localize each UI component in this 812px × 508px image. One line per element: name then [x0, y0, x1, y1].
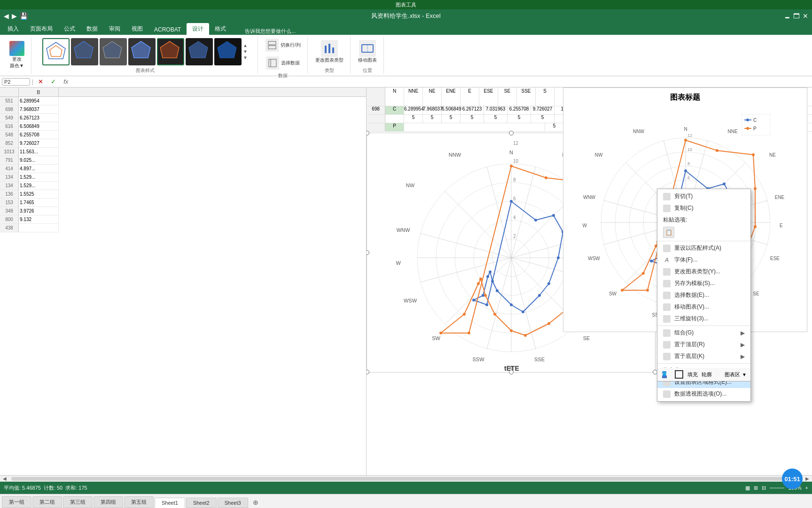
tab-formula[interactable]: 公式	[58, 23, 81, 35]
formula-input[interactable]	[73, 79, 810, 85]
svg-text:N: N	[509, 150, 513, 155]
svg-text:10: 10	[687, 147, 692, 152]
name-box[interactable]	[2, 78, 30, 86]
ctx-font[interactable]: A 字体(F)...	[657, 254, 750, 266]
status-bar-left: 平均值: 5.46875 计数: 50 求和: 175	[4, 484, 87, 492]
sheet-tab-group1[interactable]: 第一组	[2, 496, 31, 508]
chart-style-7[interactable]	[214, 38, 242, 65]
ctx-dropdown[interactable]: 图表区 ▼	[725, 371, 747, 378]
table-row: 3483.9726	[0, 207, 366, 215]
ctx-change-chart-type[interactable]: 更改图表类型(Y)...	[657, 266, 750, 278]
ctx-dropdown-label: 图表区	[725, 371, 740, 378]
sheet-tab-group5[interactable]: 第五组	[124, 496, 154, 508]
title-text: 风资料给学生.xlsx - Excel	[371, 12, 440, 20]
sheet-tab-sheet1[interactable]: Sheet1	[155, 498, 185, 508]
ctx-select-data[interactable]: 选择数据(E)...	[657, 289, 750, 301]
handle-bottom[interactable]	[509, 370, 514, 374]
tab-view[interactable]: 视图	[126, 23, 148, 35]
svg-rect-14	[332, 48, 334, 53]
tab-data[interactable]: 数据	[81, 23, 103, 35]
svg-text:6: 6	[687, 175, 690, 180]
sheet-tab-group2[interactable]: 第二组	[32, 496, 62, 508]
horizontal-scrollbar[interactable]: ◀ ▶	[0, 475, 812, 482]
ctx-group-label: 组合(G)	[674, 329, 694, 337]
svg-text:ENE: ENE	[775, 195, 785, 200]
ctx-bring-front-label: 置于顶层(R)	[674, 341, 705, 349]
ctx-outline-label: 轮廓	[702, 371, 712, 378]
svg-point-62	[496, 289, 499, 292]
ctx-cut[interactable]: 剪切(T)	[657, 190, 750, 202]
chart-style-2[interactable]	[71, 38, 98, 65]
table-row: 4144.897...	[0, 165, 366, 173]
svg-rect-9	[268, 46, 276, 49]
svg-text:SW: SW	[432, 335, 440, 341]
ctx-data-table-options[interactable]: 数据透视图选项(O)...	[657, 388, 750, 400]
ctx-paste-icons: 📋	[657, 226, 750, 240]
confirm-formula-btn[interactable]: ✓	[48, 77, 59, 86]
font-icon: A	[663, 257, 671, 263]
minimize-icon[interactable]: 🗕	[784, 12, 790, 20]
tab-review[interactable]: 审阅	[103, 23, 126, 35]
svg-point-83	[463, 313, 466, 316]
tab-page-layout[interactable]: 页面布局	[24, 23, 58, 35]
type-group-content: 更改图表类型	[312, 37, 346, 66]
search-box[interactable]: 告诉我您想要做什么...	[241, 28, 299, 35]
chart-style-label: 图表样式	[136, 67, 155, 74]
chart-styles-scroll[interactable]: ▲ ▼ ▼	[243, 43, 248, 60]
ctx-send-back[interactable]: 置于底层(K) ▶	[657, 350, 750, 362]
chart-style-6[interactable]	[186, 38, 213, 65]
insert-function-btn[interactable]: fx	[61, 77, 71, 86]
tab-format[interactable]: 格式	[209, 23, 232, 35]
table-row: 7919.025...	[0, 156, 366, 165]
svg-text:12: 12	[513, 141, 519, 146]
chart-style-3[interactable]	[100, 38, 127, 65]
view-normal-icon[interactable]: ▦	[745, 485, 750, 491]
paste-icon-1[interactable]: 📋	[663, 227, 674, 238]
handle-top[interactable]	[509, 131, 514, 135]
table-row: 1531.7465	[0, 198, 366, 207]
svg-point-54	[534, 219, 537, 222]
chart-style-4[interactable]	[128, 38, 156, 65]
view-page-icon[interactable]: ⊟	[762, 485, 766, 491]
tab-design[interactable]: 设计	[187, 23, 209, 35]
location-group-content: 移动图表	[355, 37, 380, 66]
svg-point-129	[723, 183, 726, 185]
svg-point-65	[486, 275, 489, 278]
handle-bl[interactable]	[367, 370, 369, 374]
ctx-3d-rotation[interactable]: 三维旋转(3)...	[657, 313, 750, 325]
svg-point-146	[752, 153, 755, 156]
switch-row-col-btn[interactable]: 切换行/列	[263, 37, 304, 54]
ctx-move-chart[interactable]: 移动图表(V)...	[657, 301, 750, 313]
location-group: 移动图表 位置	[351, 37, 384, 74]
ctx-bring-front-arrow: ▶	[741, 341, 745, 348]
tab-acrobat[interactable]: ACROBAT	[148, 24, 187, 35]
tab-insert[interactable]: 插入	[2, 23, 24, 35]
sheet-tab-group3[interactable]: 第三组	[63, 496, 93, 508]
maximize-icon[interactable]: 🗖	[793, 12, 800, 20]
chart-style-1[interactable]	[42, 38, 70, 65]
change-colors-btn[interactable]: 更改 颜色▼	[7, 39, 27, 71]
view-layout-icon[interactable]: ⊞	[754, 485, 758, 491]
ctx-reset-style[interactable]: 重设以匹配样式(A)	[657, 242, 750, 254]
chart-style-5[interactable]	[157, 38, 184, 65]
cancel-formula-btn[interactable]: ✕	[35, 77, 46, 86]
close-icon[interactable]: ✕	[803, 12, 808, 20]
move-chart-btn[interactable]: 移动图表	[355, 38, 380, 65]
select-data-btn[interactable]: 选择数据	[263, 55, 303, 71]
ctx-bring-front[interactable]: 置于顶层(R) ▶	[657, 339, 750, 350]
sheet-tab-sheet2[interactable]: Sheet2	[186, 498, 217, 508]
back-icon[interactable]: ◀	[4, 12, 9, 20]
svg-text:C: C	[753, 118, 757, 123]
ctx-copy[interactable]: 复制(C)	[657, 202, 750, 214]
ctx-group[interactable]: 组合(G) ▶	[657, 327, 750, 339]
zoom-plus-icon[interactable]: +	[805, 485, 808, 491]
sheet-tab-sheet3[interactable]: Sheet3	[218, 498, 248, 508]
ctx-move-chart-label: 移动图表(V)...	[674, 303, 709, 311]
forward-icon[interactable]: ▶	[12, 12, 17, 20]
add-sheet-btn[interactable]: ⊕	[249, 497, 262, 508]
change-chart-type-btn[interactable]: 更改图表类型	[312, 38, 346, 65]
svg-point-67	[472, 299, 475, 302]
save-icon[interactable]: 💾	[20, 12, 28, 20]
sheet-tab-group4[interactable]: 第四组	[94, 496, 123, 508]
ctx-save-template[interactable]: 另存为模板(S)...	[657, 278, 750, 289]
